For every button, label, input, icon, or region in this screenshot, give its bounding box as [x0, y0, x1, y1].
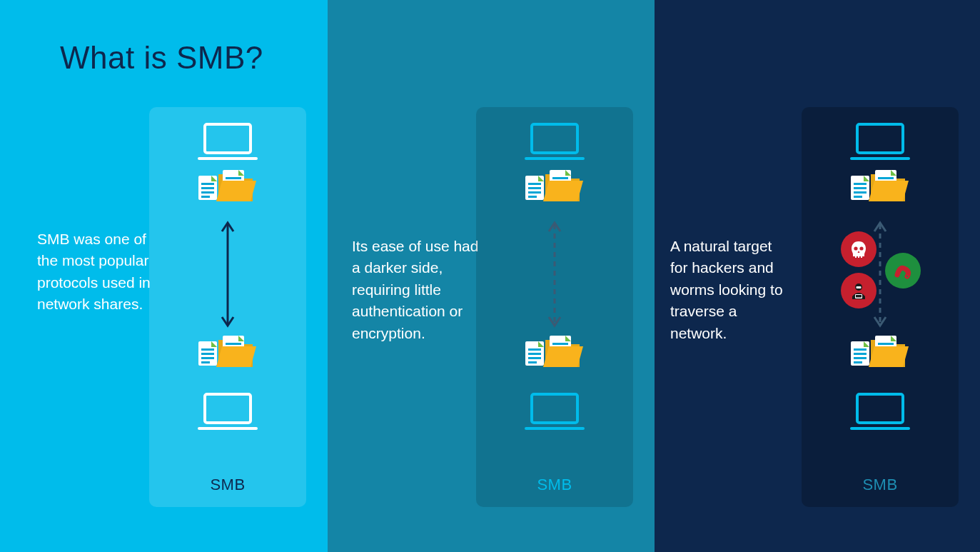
laptop-icon — [850, 117, 910, 161]
page-title: What is SMB? — [60, 40, 263, 76]
hacker-icon — [841, 273, 877, 308]
worm-icon — [885, 253, 921, 288]
card-label: SMB — [210, 476, 245, 494]
panel-hackers: A natural target for hackers and worms l… — [655, 0, 980, 552]
folder-files-icon — [851, 170, 909, 213]
folder-files-icon — [851, 336, 909, 378]
laptop-icon — [525, 117, 585, 161]
smb-card-2: SMB — [476, 107, 633, 507]
laptop-icon — [850, 387, 910, 431]
panel-3-description: A natural target for hackers and worms l… — [670, 236, 792, 344]
double-arrow-icon — [221, 217, 235, 331]
panel-darkside: Its ease of use had a darker side, requi… — [328, 0, 655, 552]
smb-card-1: SMB — [149, 107, 306, 507]
folder-files-icon — [198, 336, 257, 378]
double-arrow-dashed-icon — [547, 217, 562, 331]
double-arrow-dashed-icon — [873, 217, 887, 331]
card-label: SMB — [537, 476, 572, 494]
laptop-icon — [198, 387, 258, 431]
panel-1-description: SMB was one of the most popular protocol… — [37, 229, 151, 316]
folder-files-icon — [198, 170, 257, 213]
folder-files-icon — [525, 336, 584, 378]
laptop-icon — [525, 387, 585, 431]
smb-card-3: SMB — [802, 107, 959, 507]
laptop-icon — [198, 117, 258, 161]
panel-2-description: Its ease of use had a darker side, requi… — [352, 236, 480, 344]
folder-files-icon — [525, 170, 584, 213]
card-label: SMB — [862, 476, 897, 494]
skull-icon — [841, 231, 877, 267]
panel-popular: What is SMB? SMB was one of the most pop… — [0, 0, 328, 552]
